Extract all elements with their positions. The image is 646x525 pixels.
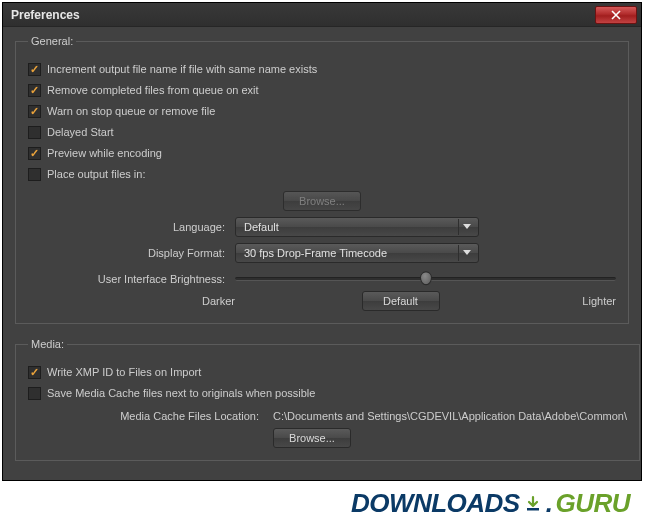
delayed-label: Delayed Start: [47, 126, 114, 138]
increment-checkbox[interactable]: [28, 63, 41, 76]
display-format-dropdown[interactable]: 30 fps Drop-Frame Timecode: [235, 243, 479, 263]
window-body: General: Increment output file name if f…: [3, 27, 641, 485]
remove-label: Remove completed files from queue on exi…: [47, 84, 259, 96]
close-button[interactable]: [595, 6, 637, 24]
general-legend: General:: [28, 35, 76, 47]
cache-checkbox[interactable]: [28, 387, 41, 400]
slider-thumb[interactable]: [420, 271, 432, 285]
brightness-label: User Interface Brightness:: [28, 273, 235, 285]
chevron-down-icon: [458, 219, 474, 235]
display-format-label: Display Format:: [28, 247, 235, 259]
watermark: DOWNLOADS . GURU: [351, 488, 630, 519]
download-icon: [523, 494, 543, 514]
brightness-slider[interactable]: [235, 271, 616, 287]
lighter-label: Lighter: [566, 295, 616, 307]
language-value: Default: [244, 221, 458, 233]
cache-label: Save Media Cache files next to originals…: [47, 387, 315, 399]
xmp-checkbox[interactable]: [28, 366, 41, 379]
media-legend: Media:: [28, 338, 67, 350]
language-label: Language:: [28, 221, 235, 233]
svg-rect-0: [527, 508, 539, 511]
warn-checkbox[interactable]: [28, 105, 41, 118]
warn-label: Warn on stop queue or remove file: [47, 105, 215, 117]
default-brightness-button[interactable]: Default: [362, 291, 440, 311]
media-path-label: Media Cache Files Location:: [28, 410, 273, 422]
media-path-value: C:\Documents and Settings\CGDEVIL\Applic…: [273, 410, 627, 422]
watermark-dot: .: [546, 488, 553, 519]
watermark-guru: GURU: [555, 488, 630, 519]
window-title: Preferences: [11, 8, 595, 22]
delayed-checkbox[interactable]: [28, 126, 41, 139]
media-browse-button[interactable]: Browse...: [273, 428, 351, 448]
language-dropdown[interactable]: Default: [235, 217, 479, 237]
preview-checkbox[interactable]: [28, 147, 41, 160]
watermark-downloads: DOWNLOADS: [351, 488, 520, 519]
chevron-down-icon: [458, 245, 474, 261]
remove-checkbox[interactable]: [28, 84, 41, 97]
preview-label: Preview while encoding: [47, 147, 162, 159]
title-bar: Preferences: [3, 3, 641, 27]
display-format-value: 30 fps Drop-Frame Timecode: [244, 247, 458, 259]
darker-label: Darker: [28, 295, 235, 307]
preferences-window: Preferences General: Increment output fi…: [2, 2, 642, 481]
media-group: Media: Write XMP ID to Files on Import S…: [15, 338, 640, 461]
output-browse-button: Browse...: [283, 191, 361, 211]
increment-label: Increment output file name if file with …: [47, 63, 317, 75]
close-icon: [611, 10, 621, 20]
xmp-label: Write XMP ID to Files on Import: [47, 366, 201, 378]
placefiles-label: Place output files in:: [47, 168, 145, 180]
placefiles-checkbox[interactable]: [28, 168, 41, 181]
general-group: General: Increment output file name if f…: [15, 35, 629, 324]
